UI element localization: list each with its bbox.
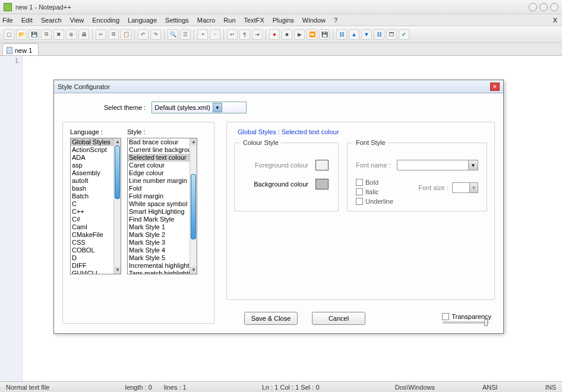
language-item[interactable]: Assembly — [71, 169, 113, 177]
menu-search[interactable]: Search — [41, 17, 62, 24]
menu-textfx[interactable]: TextFX — [244, 17, 264, 24]
language-item[interactable]: C — [71, 200, 113, 208]
slider-knob[interactable] — [484, 319, 488, 326]
open-icon[interactable]: 📂 — [16, 29, 27, 40]
transparency-slider[interactable] — [443, 321, 489, 324]
scroll-thumb[interactable] — [115, 146, 120, 199]
scroll-up-icon[interactable]: ▲ — [114, 138, 121, 146]
menu-macro[interactable]: Macro — [197, 17, 216, 24]
style-item[interactable]: Current line background — [128, 146, 190, 154]
style-item[interactable]: Line number margin — [128, 177, 190, 185]
dropdown-arrow-icon[interactable]: ▼ — [469, 183, 478, 192]
style-item[interactable]: Mark Style 2 — [128, 231, 190, 239]
close-button[interactable] — [550, 3, 558, 11]
style-item[interactable]: Mark Style 1 — [128, 223, 190, 231]
tool4-icon[interactable]: ⛓ — [374, 29, 384, 40]
language-item[interactable]: CSS — [71, 239, 113, 246]
scroll-thumb[interactable] — [191, 174, 196, 239]
language-item[interactable]: ActionScript — [71, 146, 113, 154]
style-item[interactable]: Tags match highlighting — [128, 270, 190, 274]
menu-file[interactable]: File — [2, 17, 13, 24]
dropdown-arrow-icon[interactable]: ▼ — [468, 160, 478, 170]
style-item[interactable]: Smart HighLighting — [128, 208, 190, 216]
stop-icon[interactable]: ■ — [282, 29, 292, 40]
style-item[interactable]: White space symbol — [128, 200, 190, 208]
scroll-down-icon[interactable]: ▼ — [190, 267, 197, 274]
style-item[interactable]: Find Mark Style — [128, 216, 190, 223]
style-item[interactable]: Edge colour — [128, 169, 190, 177]
theme-combo[interactable]: Default (styles.xml) ▼ — [151, 102, 247, 113]
style-item[interactable]: Incremental highlighting — [128, 262, 190, 270]
save-icon[interactable]: 💾 — [29, 29, 39, 40]
maximize-button[interactable] — [539, 3, 548, 11]
indent-icon[interactable]: ⇥ — [252, 29, 263, 40]
undo-icon[interactable]: ↶ — [138, 29, 149, 40]
fontsize-combo[interactable]: ▼ — [452, 182, 478, 193]
tool5-icon[interactable]: 🗔 — [386, 29, 397, 40]
style-item[interactable]: Fold margin — [128, 192, 190, 200]
record-icon[interactable]: ● — [269, 29, 280, 40]
menu-plugins[interactable]: Plugins — [273, 17, 294, 24]
menu-view[interactable]: View — [70, 17, 84, 24]
tool3-icon[interactable]: ▼ — [361, 29, 372, 40]
language-item[interactable]: ADA — [71, 154, 113, 162]
play-icon[interactable]: ▶ — [294, 29, 305, 40]
fontname-combo[interactable]: ▼ — [397, 160, 478, 170]
language-item[interactable]: COBOL — [71, 246, 113, 254]
saveall-icon[interactable]: ⧉ — [41, 29, 52, 40]
playmulti-icon[interactable]: ⏩ — [307, 29, 317, 40]
mdi-close-icon[interactable]: X — [553, 17, 560, 24]
close-icon[interactable]: ✖ — [53, 29, 64, 40]
language-item[interactable]: Batch — [71, 192, 113, 200]
style-item[interactable]: Selected text colour — [128, 154, 190, 162]
background-swatch[interactable] — [315, 179, 329, 189]
language-item[interactable]: GUI4CLI — [71, 270, 113, 274]
redo-icon[interactable]: ↷ — [150, 29, 161, 40]
savemacro-icon[interactable]: 💾 — [319, 29, 330, 40]
paste-icon[interactable]: 📋 — [121, 29, 131, 40]
language-item[interactable]: C# — [71, 216, 113, 223]
language-item[interactable]: autoIt — [71, 177, 113, 185]
scrollbar[interactable]: ▲ ▼ — [190, 138, 197, 274]
style-item[interactable]: Caret colour — [128, 162, 190, 169]
language-item[interactable]: C++ — [71, 208, 113, 216]
new-icon[interactable]: ▢ — [4, 29, 14, 40]
bold-checkbox[interactable]: Bold — [356, 179, 393, 186]
foreground-swatch[interactable] — [315, 160, 329, 170]
copy-icon[interactable]: ⧉ — [108, 29, 119, 40]
menu-help[interactable]: ? — [334, 17, 337, 24]
style-item[interactable]: Mark Style 5 — [128, 254, 190, 262]
scroll-up-icon[interactable]: ▲ — [190, 138, 197, 146]
dropdown-arrow-icon[interactable]: ▼ — [213, 103, 222, 112]
transparency-checkbox[interactable] — [442, 313, 449, 320]
cut-icon[interactable]: ✂ — [96, 29, 106, 40]
menu-edit[interactable]: Edit — [21, 17, 33, 24]
wrap-icon[interactable]: ↩ — [227, 29, 238, 40]
replace-icon[interactable]: ☰ — [180, 29, 191, 40]
minimize-button[interactable] — [529, 3, 537, 11]
style-item[interactable]: Mark Style 3 — [128, 239, 190, 246]
find-icon[interactable]: 🔍 — [168, 29, 178, 40]
menu-run[interactable]: Run — [223, 17, 235, 24]
scrollbar[interactable]: ▲ ▼ — [113, 138, 121, 274]
style-item[interactable]: Bad brace colour — [128, 138, 190, 146]
cancel-button[interactable]: Cancel — [312, 312, 365, 325]
language-item[interactable]: Global Styles — [71, 138, 113, 146]
zoomin-icon[interactable]: ＋ — [197, 29, 208, 40]
style-item[interactable]: Fold — [128, 185, 190, 192]
language-item[interactable]: asp — [71, 162, 113, 169]
language-item[interactable]: Caml — [71, 223, 113, 231]
zoomout-icon[interactable]: － — [210, 29, 220, 40]
tool2-icon[interactable]: ▲ — [349, 29, 359, 40]
allchars-icon[interactable]: ¶ — [239, 29, 250, 40]
tab-new1[interactable]: new 1 — [2, 43, 39, 55]
dialog-close-button[interactable]: ✕ — [490, 83, 500, 91]
style-item[interactable]: Mark Style 4 — [128, 246, 190, 254]
print-icon[interactable]: 🖶 — [78, 29, 89, 40]
spell-icon[interactable]: ✔ — [399, 29, 409, 40]
closeall-icon[interactable]: ⊗ — [66, 29, 77, 40]
language-listbox[interactable]: Global StylesActionScriptADAaspAssemblya… — [70, 138, 121, 274]
language-item[interactable]: DIFF — [71, 262, 113, 270]
menu-settings[interactable]: Settings — [165, 17, 189, 24]
language-item[interactable]: bash — [71, 185, 113, 192]
